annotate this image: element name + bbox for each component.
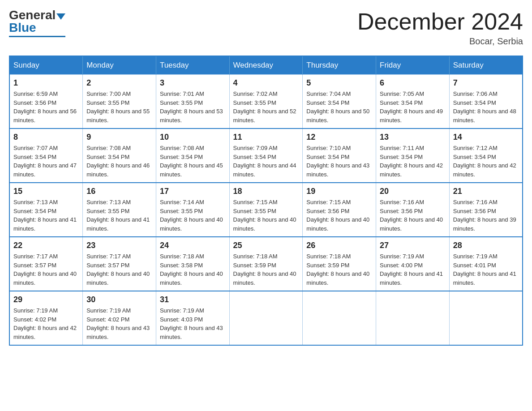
calendar-cell: 1Sunrise: 6:59 AMSunset: 3:56 PMDaylight… [9, 75, 83, 129]
calendar-cell: 10Sunrise: 7:08 AMSunset: 3:54 PMDayligh… [156, 128, 229, 183]
calendar-cell: 11Sunrise: 7:09 AMSunset: 3:54 PMDayligh… [229, 128, 303, 183]
day-number: 19 [306, 187, 372, 196]
calendar-cell: 3Sunrise: 7:01 AMSunset: 3:55 PMDaylight… [156, 75, 229, 129]
calendar-cell: 13Sunrise: 7:11 AMSunset: 3:54 PMDayligh… [376, 128, 450, 183]
day-number: 7 [453, 78, 519, 88]
location-text: Bocar, Serbia [357, 36, 523, 47]
calendar-cell: 26Sunrise: 7:18 AMSunset: 3:59 PMDayligh… [303, 237, 376, 291]
calendar-cell: 4Sunrise: 7:02 AMSunset: 3:55 PMDaylight… [229, 75, 303, 129]
weekday-header-monday: Monday [83, 56, 156, 75]
weekday-header-sunday: Sunday [9, 56, 83, 75]
day-number: 4 [233, 78, 299, 88]
day-number: 27 [380, 241, 446, 250]
day-number: 17 [160, 187, 226, 196]
calendar-week-row: 8Sunrise: 7:07 AMSunset: 3:54 PMDaylight… [9, 128, 523, 183]
day-info: Sunrise: 7:13 AMSunset: 3:55 PMDaylight:… [86, 198, 152, 233]
day-info: Sunrise: 7:07 AMSunset: 3:54 PMDaylight:… [13, 144, 79, 179]
day-number: 1 [13, 78, 79, 88]
day-info: Sunrise: 7:11 AMSunset: 3:54 PMDaylight:… [380, 144, 446, 179]
day-info: Sunrise: 7:19 AMSunset: 4:01 PMDaylight:… [453, 252, 519, 287]
day-number: 24 [160, 241, 226, 250]
day-number: 16 [86, 187, 152, 196]
day-info: Sunrise: 7:15 AMSunset: 3:55 PMDaylight:… [233, 198, 299, 233]
logo-line [9, 36, 65, 37]
day-number: 14 [453, 133, 519, 142]
day-info: Sunrise: 7:18 AMSunset: 3:59 PMDaylight:… [233, 252, 299, 287]
calendar-cell: 17Sunrise: 7:14 AMSunset: 3:55 PMDayligh… [156, 183, 229, 237]
day-info: Sunrise: 7:09 AMSunset: 3:54 PMDaylight:… [233, 144, 299, 179]
calendar-week-row: 29Sunrise: 7:19 AMSunset: 4:02 PMDayligh… [9, 291, 523, 345]
calendar-cell: 6Sunrise: 7:05 AMSunset: 3:54 PMDaylight… [376, 75, 450, 129]
day-number: 31 [160, 295, 226, 304]
day-info: Sunrise: 7:01 AMSunset: 3:55 PMDaylight:… [160, 90, 226, 124]
day-number: 9 [86, 133, 152, 142]
day-number: 25 [233, 241, 299, 250]
calendar-cell [449, 291, 523, 345]
day-number: 6 [380, 78, 446, 88]
day-info: Sunrise: 7:16 AMSunset: 3:56 PMDaylight:… [453, 198, 519, 233]
calendar-cell: 30Sunrise: 7:19 AMSunset: 4:02 PMDayligh… [83, 291, 156, 345]
calendar-cell: 31Sunrise: 7:19 AMSunset: 4:03 PMDayligh… [156, 291, 229, 345]
calendar-week-row: 22Sunrise: 7:17 AMSunset: 3:57 PMDayligh… [9, 237, 523, 291]
calendar-cell: 23Sunrise: 7:17 AMSunset: 3:57 PMDayligh… [83, 237, 156, 291]
day-number: 13 [380, 133, 446, 142]
logo-general-text: General [9, 9, 56, 21]
weekday-header-saturday: Saturday [449, 56, 523, 75]
day-number: 2 [86, 78, 152, 88]
day-number: 30 [86, 295, 152, 304]
day-info: Sunrise: 7:17 AMSunset: 3:57 PMDaylight:… [13, 252, 79, 287]
calendar-cell: 16Sunrise: 7:13 AMSunset: 3:55 PMDayligh… [83, 183, 156, 237]
day-info: Sunrise: 7:17 AMSunset: 3:57 PMDaylight:… [86, 252, 152, 287]
day-number: 23 [86, 241, 152, 250]
calendar-week-row: 1Sunrise: 6:59 AMSunset: 3:56 PMDaylight… [9, 75, 523, 129]
calendar-cell: 28Sunrise: 7:19 AMSunset: 4:01 PMDayligh… [449, 237, 523, 291]
calendar-cell: 8Sunrise: 7:07 AMSunset: 3:54 PMDaylight… [9, 128, 83, 183]
calendar-cell: 29Sunrise: 7:19 AMSunset: 4:02 PMDayligh… [9, 291, 83, 345]
calendar-cell: 24Sunrise: 7:18 AMSunset: 3:58 PMDayligh… [156, 237, 229, 291]
calendar-cell: 18Sunrise: 7:15 AMSunset: 3:55 PMDayligh… [229, 183, 303, 237]
title-section: December 2024 Bocar, Serbia [357, 9, 523, 47]
calendar-cell [229, 291, 303, 345]
day-number: 5 [306, 78, 372, 88]
calendar-cell [303, 291, 376, 345]
day-info: Sunrise: 7:19 AMSunset: 4:02 PMDaylight:… [86, 306, 152, 341]
day-number: 21 [453, 187, 519, 196]
page-header: General Blue December 2024 Bocar, Serbia [9, 9, 523, 47]
day-info: Sunrise: 7:12 AMSunset: 3:54 PMDaylight:… [453, 144, 519, 179]
calendar-cell: 25Sunrise: 7:18 AMSunset: 3:59 PMDayligh… [229, 237, 303, 291]
calendar-cell: 27Sunrise: 7:19 AMSunset: 4:00 PMDayligh… [376, 237, 450, 291]
weekday-header-tuesday: Tuesday [156, 56, 229, 75]
day-number: 28 [453, 241, 519, 250]
day-number: 3 [160, 78, 226, 88]
calendar-cell: 7Sunrise: 7:06 AMSunset: 3:54 PMDaylight… [449, 75, 523, 129]
day-info: Sunrise: 7:18 AMSunset: 3:59 PMDaylight:… [306, 252, 372, 287]
day-info: Sunrise: 7:04 AMSunset: 3:54 PMDaylight:… [306, 90, 372, 124]
weekday-header-wednesday: Wednesday [229, 56, 303, 75]
day-info: Sunrise: 7:16 AMSunset: 3:56 PMDaylight:… [380, 198, 446, 233]
day-info: Sunrise: 7:06 AMSunset: 3:54 PMDaylight:… [453, 90, 519, 124]
day-info: Sunrise: 7:08 AMSunset: 3:54 PMDaylight:… [86, 144, 152, 179]
weekday-header-thursday: Thursday [303, 56, 376, 75]
day-info: Sunrise: 7:14 AMSunset: 3:55 PMDaylight:… [160, 198, 226, 233]
day-info: Sunrise: 7:10 AMSunset: 3:54 PMDaylight:… [306, 144, 372, 179]
calendar-cell: 14Sunrise: 7:12 AMSunset: 3:54 PMDayligh… [449, 128, 523, 183]
day-info: Sunrise: 7:19 AMSunset: 4:03 PMDaylight:… [160, 306, 226, 341]
day-number: 18 [233, 187, 299, 196]
day-number: 11 [233, 133, 299, 142]
calendar-cell: 21Sunrise: 7:16 AMSunset: 3:56 PMDayligh… [449, 183, 523, 237]
day-info: Sunrise: 7:05 AMSunset: 3:54 PMDaylight:… [380, 90, 446, 124]
day-info: Sunrise: 6:59 AMSunset: 3:56 PMDaylight:… [13, 90, 79, 124]
day-info: Sunrise: 7:18 AMSunset: 3:58 PMDaylight:… [160, 252, 226, 287]
day-info: Sunrise: 7:02 AMSunset: 3:55 PMDaylight:… [233, 90, 299, 124]
day-info: Sunrise: 7:15 AMSunset: 3:56 PMDaylight:… [306, 198, 372, 233]
day-number: 15 [13, 187, 79, 196]
day-number: 12 [306, 133, 372, 142]
weekday-header-row: SundayMondayTuesdayWednesdayThursdayFrid… [9, 56, 523, 75]
calendar-cell: 22Sunrise: 7:17 AMSunset: 3:57 PMDayligh… [9, 237, 83, 291]
month-title: December 2024 [357, 9, 523, 34]
day-info: Sunrise: 7:08 AMSunset: 3:54 PMDaylight:… [160, 144, 226, 179]
calendar-cell: 15Sunrise: 7:13 AMSunset: 3:54 PMDayligh… [9, 183, 83, 237]
calendar-week-row: 15Sunrise: 7:13 AMSunset: 3:54 PMDayligh… [9, 183, 523, 237]
day-number: 20 [380, 187, 446, 196]
day-number: 29 [13, 295, 79, 304]
